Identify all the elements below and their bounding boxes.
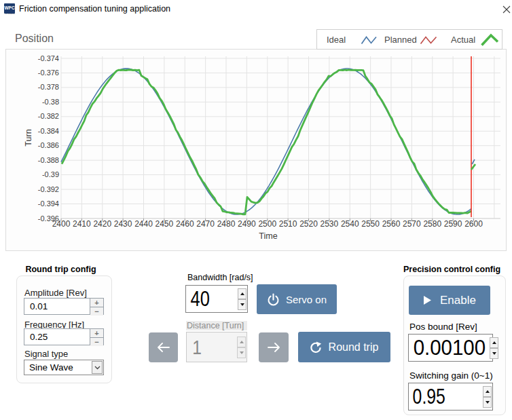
svg-text:2460: 2460 <box>176 219 194 229</box>
svg-text:2550: 2550 <box>361 219 380 229</box>
svg-text:2420: 2420 <box>93 219 111 229</box>
svg-text:-0.374: -0.374 <box>38 54 59 62</box>
svg-text:2470: 2470 <box>196 219 215 229</box>
svg-text:-0.386: -0.386 <box>38 141 59 149</box>
svg-text:-0.388: -0.388 <box>38 156 59 164</box>
svg-text:2410: 2410 <box>73 219 91 229</box>
svg-text:2510: 2510 <box>279 219 297 229</box>
svg-text:-0.378: -0.378 <box>38 83 59 91</box>
svg-text:-0.392: -0.392 <box>38 185 59 193</box>
svg-text:2600: 2600 <box>464 219 483 229</box>
svg-text:2530: 2530 <box>321 219 339 229</box>
svg-text:-0.39: -0.39 <box>42 170 59 178</box>
svg-text:2430: 2430 <box>114 219 132 229</box>
svg-text:2540: 2540 <box>341 219 359 229</box>
svg-text:-0.394: -0.394 <box>38 199 59 208</box>
svg-text:2520: 2520 <box>299 219 318 229</box>
svg-text:Time: Time <box>259 231 277 241</box>
svg-text:2560: 2560 <box>382 219 401 229</box>
svg-text:2480: 2480 <box>217 219 236 229</box>
svg-text:-0.376: -0.376 <box>38 69 59 77</box>
svg-text:-0.38: -0.38 <box>42 98 59 106</box>
svg-text:-0.382: -0.382 <box>38 112 59 120</box>
svg-text:2590: 2590 <box>444 219 462 229</box>
svg-text:2580: 2580 <box>423 219 441 229</box>
svg-text:-0.396: -0.396 <box>38 214 59 223</box>
svg-text:2570: 2570 <box>403 219 421 229</box>
svg-text:2500: 2500 <box>258 219 276 229</box>
svg-text:2450: 2450 <box>156 219 174 229</box>
svg-text:2440: 2440 <box>134 219 153 229</box>
svg-text:-0.384: -0.384 <box>38 127 59 135</box>
svg-text:2490: 2490 <box>238 219 256 229</box>
svg-text:Turn: Turn <box>24 129 33 146</box>
